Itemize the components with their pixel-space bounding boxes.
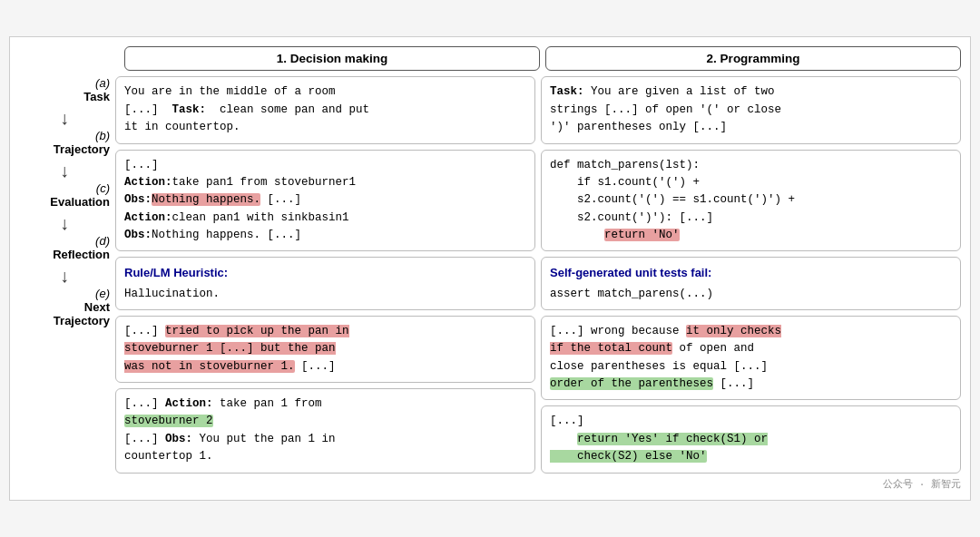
nav-entry-3: ↓(d)Reflection (19, 214, 110, 261)
label-letter-2: (c) (96, 181, 110, 195)
nav-entry-1: ↓(b)Trajectory (19, 109, 110, 156)
grid-main: (a)Task↓(b)Trajectory↓(c)Evaluation↓(d)R… (19, 76, 961, 473)
watermark: 公众号 · 新智元 (19, 477, 961, 491)
eval-body-right-2: assert match_parens(...) (550, 286, 952, 303)
eval-body-left-2: Hallucination. (124, 286, 526, 303)
label-letter-4: (e) (95, 287, 110, 300)
right-box-2: Self-generated unit tests fail:assert ma… (541, 257, 961, 310)
label-word-4: Next Trajectory (54, 300, 110, 327)
nav-entry-2: ↓(c)Evaluation (19, 161, 110, 209)
left-box-1: [...] Action:take pan1 from stoveburner1… (115, 150, 535, 252)
label-letter-0: (a) (95, 76, 110, 90)
arrow-down-1: ↓ (19, 109, 110, 127)
nav-entry-4: ↓(e)Next Trajectory (19, 267, 110, 327)
eval-title-left-2: Rule/LM Heuristic: (124, 264, 526, 282)
label-word-1: Trajectory (54, 142, 110, 156)
header-col2: 2. Programming (545, 46, 961, 71)
arrow-down-2: ↓ (19, 161, 110, 180)
left-content-col: You are in the middle of a room [...] Ta… (115, 76, 535, 473)
right-box-0: Task: You are given a list of two string… (541, 76, 961, 143)
label-word-3: Reflection (53, 248, 110, 261)
header-row: 1. Decision making 2. Programming (19, 46, 961, 71)
label-letter-1: (b) (95, 129, 110, 142)
label-word-0: Task (83, 90, 110, 103)
arrow-down-4: ↓ (19, 267, 110, 285)
eval-title-right-2: Self-generated unit tests fail: (550, 264, 952, 282)
right-box-4: [...] return 'Yes' if check(S1) or check… (541, 405, 961, 473)
left-box-2: Rule/LM Heuristic:Hallucination. (115, 257, 535, 310)
label-letter-3: (d) (95, 234, 110, 248)
header-col1: 1. Decision making (124, 46, 540, 71)
right-box-1: def match_parens(lst): if s1.count('(') … (541, 150, 961, 252)
right-box-3: [...] wrong because it only checks if th… (541, 316, 961, 401)
left-box-0: You are in the middle of a room [...] Ta… (115, 76, 535, 143)
nav-col: (a)Task↓(b)Trajectory↓(c)Evaluation↓(d)R… (19, 76, 110, 473)
header-empty (19, 46, 119, 71)
main-container: 1. Decision making 2. Programming (a)Tas… (9, 36, 971, 500)
arrow-down-3: ↓ (19, 214, 110, 232)
label-word-2: Evaluation (50, 195, 110, 209)
left-box-4: [...] Action: take pan 1 from stoveburne… (115, 388, 535, 474)
left-box-3: [...] tried to pick up the pan in stoveb… (115, 316, 535, 383)
right-content-col: Task: You are given a list of two string… (541, 76, 961, 473)
nav-entry-0: (a)Task (19, 76, 110, 103)
